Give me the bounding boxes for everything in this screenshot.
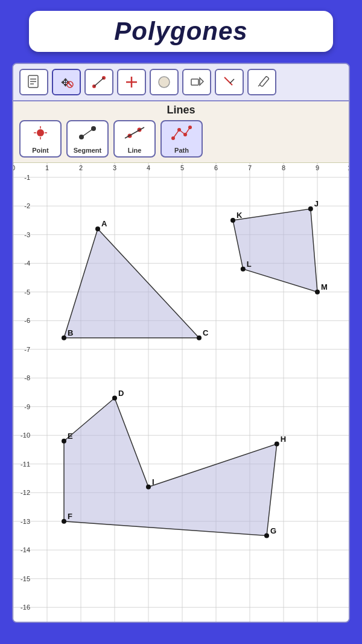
svg-line-15: [224, 77, 232, 85]
svg-point-31: [177, 128, 181, 132]
point-label: Point: [32, 147, 49, 154]
page-title: Polygones: [114, 17, 247, 45]
title-box: Polygones: [29, 11, 333, 52]
pencil-tool-button[interactable]: [247, 69, 276, 95]
document-tool-button[interactable]: [19, 69, 48, 95]
segment-icon: [77, 124, 98, 145]
line-label: Line: [128, 147, 142, 154]
title-area: Polygones: [0, 0, 362, 58]
point-tool-button[interactable]: Point: [19, 120, 62, 158]
svg-point-33: [188, 126, 192, 129]
toolbar: ✥: [13, 64, 349, 101]
line-icon: [124, 124, 145, 145]
path-label: Path: [174, 147, 189, 154]
svg-line-29: [125, 127, 144, 138]
line-tool-button-2[interactable]: Line: [113, 120, 156, 158]
svg-rect-13: [191, 79, 198, 85]
segment-tool-button[interactable]: Segment: [66, 120, 109, 158]
lines-section: Lines Point: [13, 101, 349, 163]
delete-tool-button[interactable]: [215, 69, 244, 95]
graph-area[interactable]: [13, 163, 349, 622]
svg-point-32: [183, 133, 187, 136]
path-tool-button[interactable]: Path: [160, 120, 203, 158]
svg-line-26: [81, 129, 94, 137]
line-tool-button[interactable]: [84, 69, 113, 95]
path-icon: [171, 124, 192, 145]
svg-line-9: [94, 78, 104, 86]
move-tool-button[interactable]: ✥: [52, 69, 81, 95]
svg-marker-14: [200, 78, 203, 85]
shape-tool-button[interactable]: [182, 69, 211, 95]
svg-rect-17: [259, 76, 269, 87]
svg-point-19: [37, 129, 44, 136]
svg-line-16: [230, 79, 234, 83]
main-panel: ✥: [12, 63, 350, 623]
svg-point-30: [171, 136, 175, 140]
lines-label: Lines: [19, 104, 343, 116]
circle-tool-button[interactable]: [150, 69, 179, 95]
plus-tool-button[interactable]: [117, 69, 146, 95]
svg-point-12: [159, 77, 170, 88]
segment-label: Segment: [74, 147, 101, 154]
point-icon: [30, 124, 51, 145]
svg-line-18: [258, 84, 260, 86]
lines-tools: Point Segment: [19, 120, 343, 158]
